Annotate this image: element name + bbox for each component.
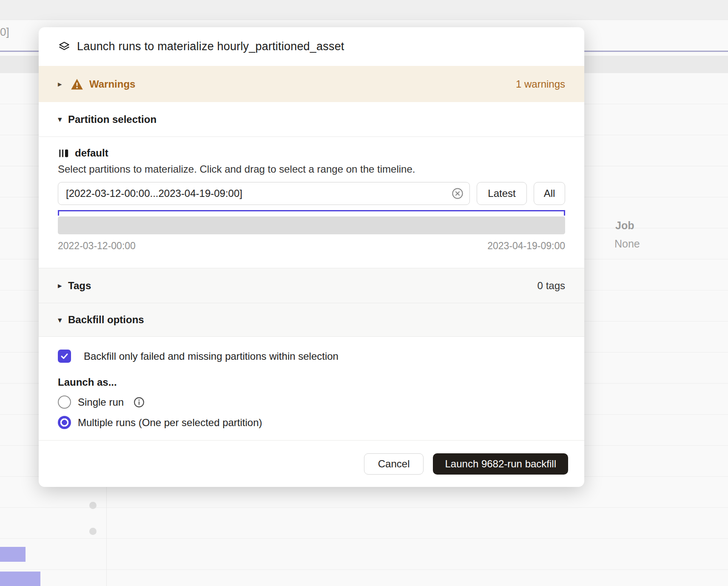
backfill-only-failed-row[interactable]: Backfill only failed and missing partiti… — [58, 350, 565, 363]
partition-selection-header[interactable]: ▾ Partition selection — [39, 102, 584, 137]
backfill-options-label: Backfill options — [68, 314, 144, 326]
partition-controls: Latest All — [58, 182, 565, 205]
dialog-footer: Cancel Launch 9682-run backfill — [39, 440, 584, 487]
cancel-button[interactable]: Cancel — [364, 453, 424, 475]
chevron-down-icon[interactable]: ▾ — [58, 114, 68, 124]
launch-backfill-dialog: Launch runs to materialize hourly_partit… — [39, 27, 584, 487]
dialog-title: Launch runs to materialize hourly_partit… — [77, 40, 344, 53]
backfill-options-header[interactable]: ▾ Backfill options — [39, 303, 584, 337]
partition-range-input[interactable] — [58, 182, 470, 205]
warnings-count: 1 warnings — [516, 78, 565, 90]
chevron-down-icon[interactable]: ▾ — [58, 315, 68, 325]
info-icon[interactable] — [133, 396, 145, 408]
warnings-section-header[interactable]: ▸ Warnings 1 warnings — [39, 66, 584, 102]
dimension-name: default — [75, 147, 108, 159]
all-button[interactable]: All — [534, 182, 565, 205]
materialize-layers-icon — [58, 40, 71, 53]
tags-section-header[interactable]: ▸ Tags 0 tags — [39, 268, 584, 303]
warnings-label: Warnings — [89, 78, 135, 90]
single-run-label: Single run — [78, 396, 124, 408]
clear-selection-icon[interactable] — [451, 187, 464, 200]
partition-selection-body: default Select partitions to materialize… — [39, 137, 584, 268]
chevron-right-icon[interactable]: ▸ — [58, 281, 68, 290]
partition-selection-label: Partition selection — [68, 114, 156, 125]
warning-triangle-icon — [71, 78, 83, 90]
launch-as-label: Launch as... — [58, 376, 565, 388]
dialog-header: Launch runs to materialize hourly_partit… — [39, 27, 584, 66]
tags-count: 0 tags — [537, 280, 565, 292]
partition-set-icon — [58, 148, 69, 159]
partition-range-input-wrap — [58, 182, 470, 205]
screen: 0] Job None — [0, 0, 728, 586]
timeline-date-labels: 2022-03-12-00:00 2023-04-19-09:00 — [58, 240, 565, 268]
range-start-label: 2022-03-12-00:00 — [58, 240, 136, 252]
chevron-right-icon[interactable]: ▸ — [58, 79, 68, 89]
selected-range-indicator — [58, 210, 565, 216]
multiple-runs-option[interactable]: Multiple runs (One per selected partitio… — [58, 416, 565, 429]
latest-button[interactable]: Latest — [477, 182, 527, 205]
multiple-runs-label: Multiple runs (One per selected partitio… — [78, 417, 262, 429]
single-run-option[interactable]: Single run — [58, 395, 565, 409]
range-end-label: 2023-04-19-09:00 — [487, 240, 565, 252]
partition-description: Select partitions to materialize. Click … — [58, 163, 565, 175]
backfill-options-body: Backfill only failed and missing partiti… — [39, 337, 584, 440]
radio-unchecked-icon[interactable] — [58, 395, 71, 409]
launch-backfill-button[interactable]: Launch 9682-run backfill — [433, 453, 568, 475]
partition-timeline[interactable] — [58, 216, 565, 234]
dimension-row: default — [58, 147, 565, 159]
backfill-only-failed-label: Backfill only failed and missing partiti… — [84, 350, 338, 362]
tags-label: Tags — [68, 280, 91, 292]
checkbox-checked-icon[interactable] — [58, 350, 71, 363]
radio-checked-icon[interactable] — [58, 416, 71, 429]
